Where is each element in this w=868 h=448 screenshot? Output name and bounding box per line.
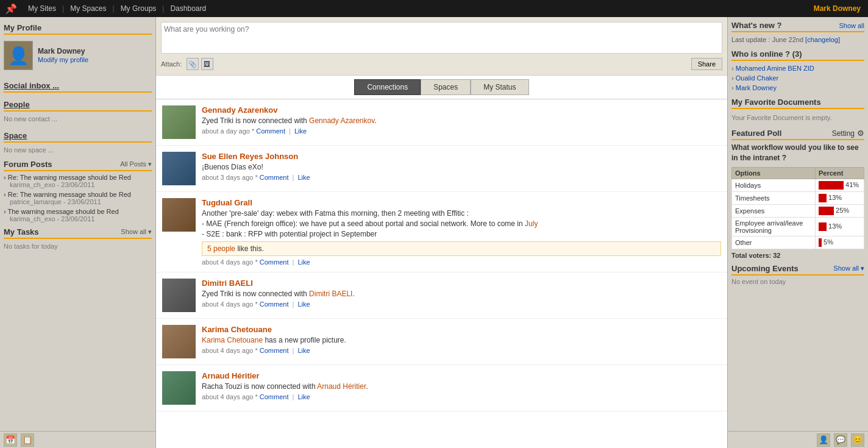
activity-username[interactable]: Sue Ellen Reyes Johnson: [202, 152, 721, 161]
attach-file-icon[interactable]: 📎: [187, 58, 199, 70]
calendar-icon[interactable]: 📅: [4, 433, 17, 447]
activity-text: Karima Chetouane has a new profile pictu…: [202, 335, 721, 346]
like-link[interactable]: Like: [297, 347, 310, 354]
upcoming-showall[interactable]: Show all ▾: [833, 265, 864, 272]
likes-box: 5 people like this.: [202, 241, 721, 256]
like-link[interactable]: Like: [297, 393, 310, 400]
upcoming-empty: No event on today: [731, 278, 864, 285]
like-link[interactable]: Like: [297, 300, 310, 308]
tab-connections[interactable]: Connections: [354, 79, 421, 95]
chat-icon[interactable]: 💬: [834, 433, 847, 447]
like-link[interactable]: Like: [297, 258, 310, 266]
online-user: Mohamed Amine BEN ZID: [731, 63, 864, 73]
activity-meta: about a day ago * Comment | Like: [202, 127, 721, 135]
likers-link[interactable]: 5 people: [207, 244, 235, 253]
comment-link[interactable]: Comment: [256, 127, 285, 135]
online-user: Oualid Chaker: [731, 73, 864, 83]
gear-icon[interactable]: ⚙: [857, 129, 864, 138]
comment-link[interactable]: Comment: [260, 174, 289, 181]
upcoming-events-section: Upcoming Events Show all ▾ No event on t…: [731, 264, 864, 285]
activity-username[interactable]: Arnaud Héritier: [202, 371, 721, 380]
activity-item: Gennady Azarenkov Zyed Triki is now conn…: [156, 99, 727, 146]
activity-avatar: [162, 198, 196, 232]
my-profile-title: My Profile: [4, 21, 152, 35]
online-user: Mark Downey: [731, 83, 864, 93]
activity-username[interactable]: Tugdual Grall: [202, 198, 721, 207]
activity-avatar: [162, 152, 196, 185]
forum-item: Re: The warning message should be Red ka…: [4, 174, 152, 188]
forum-filter[interactable]: All Posts ▾: [120, 160, 152, 168]
poll-percent: 41%: [816, 179, 864, 191]
like-link[interactable]: Like: [297, 174, 310, 181]
profile-area: 👤 Mark Downey Modify my profile: [4, 37, 152, 74]
fav-docs-title: My Favorite Documents: [731, 98, 821, 107]
left-sidebar: My Profile 👤 Mark Downey Modify my profi…: [0, 17, 155, 448]
activity-link[interactable]: Arnaud Héritier: [317, 382, 366, 391]
activity-link[interactable]: Gennady Azarenkov: [309, 116, 374, 125]
upcoming-title: Upcoming Events: [731, 264, 799, 273]
online-user-link[interactable]: Mohamed Amine BEN ZID: [736, 65, 814, 72]
profile-avatar: 👤: [4, 41, 33, 70]
last-update-text: Last update : June 22nd [changelog]: [731, 35, 864, 44]
fav-docs-section: My Favorite Documents Your Favorite Docu…: [731, 98, 864, 124]
comment-link[interactable]: Comment: [260, 347, 289, 354]
attach-image-icon[interactable]: 🖼: [201, 58, 213, 70]
whats-new-title: What's new ?: [731, 21, 782, 30]
comment-link[interactable]: Comment: [260, 393, 289, 400]
nav-dashboard[interactable]: Dashboard: [164, 4, 212, 13]
activity-avatar: [162, 279, 196, 312]
people-empty: No new contact ...: [4, 114, 152, 124]
online-user-link[interactable]: Oualid Chaker: [736, 74, 778, 82]
share-button[interactable]: Share: [691, 58, 722, 70]
activity-link[interactable]: Karima Chetouane: [202, 336, 263, 344]
emoji-icon[interactable]: 😊: [851, 433, 864, 447]
activity-username[interactable]: Karima Chetouane: [202, 325, 721, 334]
social-inbox-title[interactable]: Social inbox ...: [4, 79, 152, 93]
activity-meta: about 4 days ago * Comment | Like: [202, 300, 721, 308]
activity-username[interactable]: Dimitri BAELI: [202, 279, 721, 288]
poll-options-header: Options: [732, 167, 816, 179]
poll-option: Timesheets: [732, 191, 816, 204]
poll-percent: 25%: [816, 204, 864, 217]
changelog-link[interactable]: [changelog]: [805, 36, 840, 43]
tasks-icon[interactable]: 📋: [21, 433, 34, 447]
pin-icon: 📌: [5, 3, 17, 15]
modify-profile-link[interactable]: Modify my profile: [38, 56, 88, 63]
activity-avatar: [162, 105, 196, 139]
tab-spaces[interactable]: Spaces: [421, 79, 471, 95]
nav-my-groups[interactable]: My Groups: [115, 4, 163, 13]
poll-total: Total voters: 32: [731, 252, 864, 259]
activity-text: Racha Touzi is now connected with Arnaud…: [202, 382, 721, 392]
activity-item: Karima Chetouane Karima Chetouane has a …: [156, 319, 727, 365]
user-icon[interactable]: 👤: [817, 433, 830, 447]
activity-text: Zyed Triki is now connected with Gennady…: [202, 116, 721, 126]
space-title[interactable]: Space: [4, 129, 152, 143]
center-content: Attach: 📎 🖼 Share Connections Spaces My …: [155, 17, 728, 448]
forum-section: Forum Posts All Posts ▾ Re: The warning …: [4, 160, 152, 222]
status-input[interactable]: [161, 22, 722, 54]
online-section: Who is online ? (3) Mohamed Amine BEN ZI…: [731, 49, 864, 93]
tasks-showall[interactable]: Show all ▾: [121, 228, 152, 236]
nav-my-sites[interactable]: My Sites: [22, 4, 62, 13]
activity-link[interactable]: Dimitri BAELI: [309, 290, 352, 298]
social-inbox-section: Social inbox ...: [4, 79, 152, 93]
tab-my-status[interactable]: My Status: [471, 79, 528, 95]
activity-username[interactable]: Gennady Azarenkov: [202, 105, 721, 115]
like-link[interactable]: Like: [294, 127, 307, 135]
status-box: Attach: 📎 🖼 Share: [156, 17, 727, 76]
poll-section: Featured Poll Setting ⚙ What workflow wo…: [731, 129, 864, 259]
nav-my-spaces[interactable]: My Spaces: [64, 4, 112, 13]
online-user-link[interactable]: Mark Downey: [736, 84, 777, 91]
attach-label: Attach:: [161, 60, 182, 68]
comment-link[interactable]: Comment: [260, 258, 289, 266]
people-title[interactable]: People: [4, 98, 152, 112]
poll-option: Employee arrival/leave Provisioning: [732, 217, 816, 236]
activity-item: Sue Ellen Reyes Johnson ¡Buenos Días eXo…: [156, 146, 727, 192]
tabs-row: Connections Spaces My Status: [156, 76, 727, 99]
activity-text: Zyed Triki is now connected with Dimitri…: [202, 289, 721, 299]
logged-in-username: Mark Downey: [814, 4, 861, 13]
comment-link[interactable]: Comment: [260, 300, 289, 308]
tasks-empty: No tasks for today: [4, 241, 152, 251]
whats-new-showall[interactable]: Show all: [839, 22, 864, 29]
poll-table: Options Percent Holidays 41%Timesheets 1…: [731, 167, 864, 249]
